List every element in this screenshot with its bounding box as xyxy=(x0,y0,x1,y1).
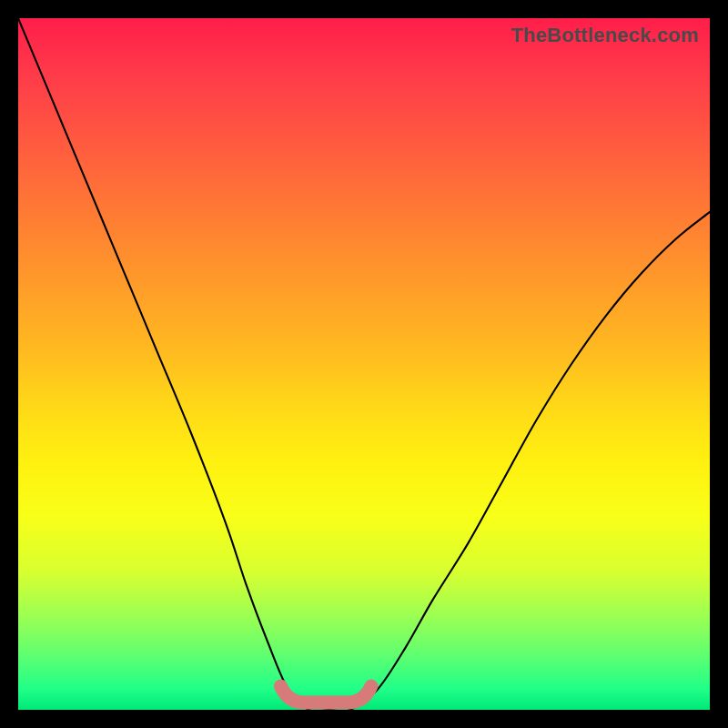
bottleneck-curve xyxy=(18,18,710,710)
flat-highlight xyxy=(280,686,371,703)
curve-path xyxy=(18,18,710,710)
chart-frame: TheBottleneck.com xyxy=(9,9,719,719)
chart-plot-area: TheBottleneck.com xyxy=(18,18,710,710)
